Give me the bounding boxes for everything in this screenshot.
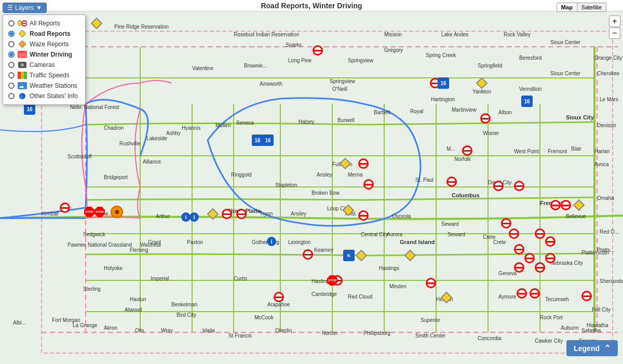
map-type-satellite-button[interactable]: Satellite <box>577 3 606 11</box>
svg-text:Seneca: Seneca <box>236 120 254 126</box>
layer-item-weather-stations[interactable]: ☁Weather Stations <box>3 80 85 91</box>
svg-text:Sterling: Sterling <box>83 286 101 292</box>
svg-text:Central City: Central City <box>361 232 388 237</box>
svg-text:St. Paul: St. Paul <box>415 177 434 183</box>
map-icon-closed-33[interactable] <box>426 278 436 288</box>
map-icon-closed-46[interactable] <box>514 262 524 273</box>
map-icon-closed-6[interactable] <box>462 145 472 156</box>
map-icon-closed-42[interactable] <box>545 236 556 247</box>
svg-text:Brownie...: Brownie... <box>244 63 267 69</box>
map-icon-shield16-24[interactable]: 16 <box>252 134 263 146</box>
map-type-toggle: Map Satellite <box>557 3 606 12</box>
svg-text:Rushville: Rushville <box>119 141 141 146</box>
map-icon-closed-36[interactable] <box>550 200 561 210</box>
map-icon-closed-18[interactable] <box>222 209 232 219</box>
layer-radio-all-reports <box>8 20 15 26</box>
svg-text:Seward: Seward <box>448 232 465 237</box>
svg-text:Denison: Denison <box>597 123 616 128</box>
layer-label-traffic-speeds: Traffic Speeds <box>30 72 70 79</box>
legend-button[interactable]: Legend ⌃ <box>566 340 618 356</box>
map-icon-closed-50[interactable] <box>581 291 592 301</box>
svg-text:Springview: Springview <box>348 58 374 63</box>
map-icon-shield16-5[interactable]: 16 <box>521 96 533 107</box>
layers-button[interactable]: ☰ Layers ▼ <box>3 3 47 13</box>
map-icon-closed-9[interactable] <box>514 181 524 191</box>
svg-text:Blair: Blair <box>571 146 582 152</box>
map-icon-shield16-52[interactable]: 16 <box>24 103 35 115</box>
map-icon-closed-37[interactable] <box>561 200 571 210</box>
map-icon-diamond-28[interactable] <box>357 251 365 260</box>
svg-text:Alliance: Alliance <box>143 159 161 165</box>
svg-text:Phillipsburg: Phillipsburg <box>363 330 390 336</box>
svg-text:Osceola: Osceola <box>392 213 411 219</box>
svg-text:Fall City: Fall City <box>592 307 611 313</box>
map-icon-closed-10[interactable] <box>358 158 369 169</box>
map-icon-closed-44[interactable] <box>524 253 535 263</box>
map-icon-closed-7[interactable] <box>446 177 457 187</box>
map-icon-closed-43[interactable] <box>514 244 524 254</box>
map-icon-info-22[interactable]: i <box>189 212 199 222</box>
layer-label-all-reports: All Reports <box>30 20 60 27</box>
svg-text:Sedgwick: Sedgwick <box>83 232 106 237</box>
svg-text:O'Neill: O'Neill <box>332 86 347 92</box>
map-icon-info-30[interactable]: i <box>267 237 276 246</box>
svg-text:Otis: Otis <box>135 328 144 333</box>
layer-icon-all-reports <box>18 20 27 27</box>
map-icon-stop-16[interactable]: STOP <box>94 207 105 217</box>
map-icon-shield-blue-27[interactable]: K <box>343 250 355 261</box>
map-icon-stop-32[interactable]: STOP <box>327 275 337 286</box>
svg-text:Le Mars: Le Mars <box>600 97 618 102</box>
svg-text:Columbus: Columbus <box>452 192 480 198</box>
map-icon-closed-8[interactable] <box>493 181 504 191</box>
map-icon-stop-15[interactable]: STOP <box>84 207 94 217</box>
map-icon-diamond-51[interactable] <box>92 19 101 28</box>
map-icon-closed-0[interactable] <box>313 45 323 56</box>
map-icon-diamond-34[interactable] <box>442 293 451 302</box>
layer-item-all-reports[interactable]: All Reports <box>3 18 85 29</box>
layer-item-winter-driving[interactable]: ▒▒▒Winter Driving <box>3 49 85 60</box>
layer-item-traffic-speeds[interactable]: Traffic Speeds <box>3 70 85 80</box>
map-icon-closed-11[interactable] <box>363 179 374 190</box>
map-icon-closed-41[interactable] <box>535 228 545 239</box>
layer-item-waze-reports[interactable]: Waze Reports <box>3 39 85 49</box>
map-icon-diamond-13[interactable] <box>344 206 353 214</box>
svg-text:Arapahoe: Arapahoe <box>267 302 290 307</box>
map-icon-closed-48[interactable] <box>517 288 527 299</box>
map-icon-closed-14[interactable] <box>60 203 70 213</box>
svg-text:Benkelman: Benkelman <box>171 302 197 307</box>
zoom-out-button[interactable]: − <box>609 28 620 39</box>
zoom-in-button[interactable]: + <box>609 16 620 27</box>
title-bar: Road Reports, Winter Driving <box>0 0 623 11</box>
map-icon-diamond-20[interactable] <box>209 210 217 218</box>
svg-text:Royal: Royal <box>410 109 424 114</box>
layer-item-road-reports[interactable]: Road Reports <box>3 29 85 39</box>
map-icon-closed-40[interactable] <box>509 228 519 239</box>
svg-text:Platts...: Platts... <box>597 247 614 253</box>
layer-item-cameras[interactable]: Cameras <box>3 60 85 70</box>
map-icon-diamond-12[interactable] <box>341 159 349 168</box>
layer-label-winter-driving: Winter Driving <box>30 51 72 58</box>
map-icon-closed-3[interactable] <box>480 113 491 124</box>
map-icon-diamond-2[interactable] <box>478 79 486 87</box>
map-icon-closed-49[interactable] <box>530 288 540 299</box>
map-icon-closed-39[interactable] <box>501 218 511 228</box>
map-icon-closed-45[interactable] <box>545 253 556 263</box>
map-icon-diamond-38[interactable] <box>575 201 583 209</box>
map-icon-closed-35[interactable] <box>274 292 284 302</box>
svg-text:Yankton: Yankton <box>472 89 491 95</box>
map-icon-diamond-29[interactable] <box>406 251 414 260</box>
svg-text:Sioux City: Sioux City <box>566 114 594 120</box>
layer-item-other-states[interactable]: iOther States' Info <box>3 91 85 101</box>
map-icon-closed-47[interactable] <box>535 262 545 273</box>
map-icon-shield16-4[interactable]: 16 <box>438 77 449 89</box>
layer-icon-other-states: i <box>18 92 27 100</box>
map-icon-shield16-25[interactable]: 16 <box>262 134 274 146</box>
svg-text:Idalia: Idalia <box>202 328 215 333</box>
map-type-map-button[interactable]: Map <box>557 3 577 11</box>
svg-text:McCook: McCook <box>254 315 274 320</box>
map-icon-closed-19[interactable] <box>236 209 247 219</box>
map-icon-closed-23[interactable] <box>358 210 369 221</box>
map-icon-closed-26[interactable] <box>303 249 313 260</box>
map-icon-winter-17[interactable]: ❄ <box>111 206 123 218</box>
svg-text:Bartlett: Bartlett <box>374 110 390 115</box>
